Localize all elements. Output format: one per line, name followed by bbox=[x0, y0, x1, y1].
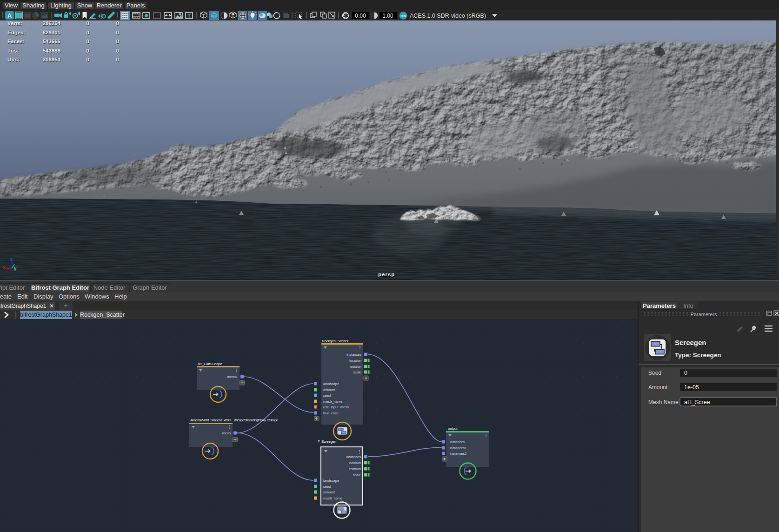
svg-text:mesh: mesh bbox=[222, 431, 231, 435]
svg-text:y: y bbox=[14, 266, 17, 271]
svg-text:mesh_name: mesh_name bbox=[323, 399, 342, 404]
svg-text:ACES 1.0 SDR-video (sRGB): ACES 1.0 SDR-video (sRGB) bbox=[410, 13, 486, 19]
svg-text:scale: scale bbox=[353, 473, 361, 477]
svg-text:mesh1: mesh1 bbox=[227, 375, 238, 379]
svg-text:use_input_mesh: use_input_mesh bbox=[323, 405, 349, 409]
svg-text:aH_CliffSShape: aH_CliffSShape bbox=[198, 362, 222, 366]
svg-text:T: T bbox=[187, 13, 191, 19]
svg-text:amount: amount bbox=[323, 490, 335, 494]
svg-text:0: 0 bbox=[684, 370, 687, 376]
svg-text:Screegen: Screegen bbox=[321, 439, 336, 444]
svg-text:1.00: 1.00 bbox=[382, 13, 393, 19]
svg-text:Screegen: Screegen bbox=[675, 339, 706, 346]
svg-text:output: output bbox=[448, 426, 458, 431]
svg-text:scale: scale bbox=[353, 370, 361, 374]
svg-text:Type: Screegen: Type: Screegen bbox=[675, 352, 721, 359]
svg-text:0.00: 0.00 bbox=[355, 13, 366, 19]
svg-text:Seed: Seed bbox=[648, 370, 661, 376]
svg-text:Instances: Instances bbox=[450, 440, 465, 444]
svg-text:AlmerraWorld_Sixteens_x003_...: AlmerraWorld_Sixteens_x003_...dscapeStre… bbox=[190, 418, 279, 422]
svg-text:mesh_name: mesh_name bbox=[323, 496, 342, 500]
svg-text:Instances: Instances bbox=[346, 352, 361, 357]
svg-text:amount: amount bbox=[323, 388, 335, 392]
svg-text:true_case: true_case bbox=[323, 411, 339, 415]
svg-text:landscape: landscape bbox=[323, 479, 339, 483]
svg-text:1e-05: 1e-05 bbox=[684, 384, 699, 391]
svg-text:z: z bbox=[10, 257, 13, 262]
svg-text:Rockgen_Scatter: Rockgen_Scatter bbox=[322, 339, 349, 343]
svg-text:Amount: Amount bbox=[648, 384, 668, 391]
svg-text:Mesh Name: Mesh Name bbox=[648, 399, 679, 406]
svg-text:location: location bbox=[349, 461, 361, 465]
svg-text:x: x bbox=[3, 265, 6, 270]
svg-text:aH_Scree: aH_Scree bbox=[684, 399, 710, 406]
svg-text:Instances1: Instances1 bbox=[450, 446, 466, 450]
svg-text:seed: seed bbox=[323, 393, 331, 398]
svg-text:seed: seed bbox=[323, 485, 331, 489]
svg-text:Instances: Instances bbox=[346, 455, 361, 459]
svg-text:Instances2: Instances2 bbox=[450, 452, 466, 456]
svg-text:A: A bbox=[7, 12, 12, 19]
svg-text:Parameters: Parameters bbox=[691, 312, 717, 317]
svg-text:rotation: rotation bbox=[350, 365, 361, 369]
svg-text:location: location bbox=[349, 359, 361, 363]
svg-text:ON: ON bbox=[400, 14, 406, 18]
svg-text:rotation: rotation bbox=[349, 467, 361, 471]
svg-text:landscape: landscape bbox=[323, 382, 339, 386]
